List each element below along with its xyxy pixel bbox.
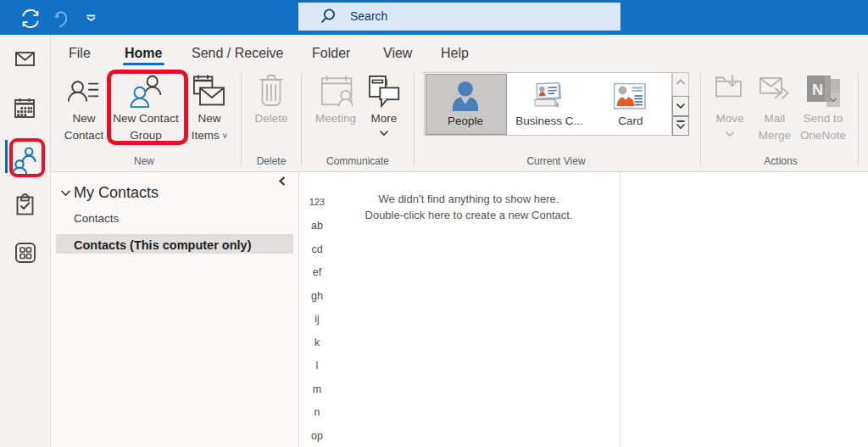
svg-text:N: N: [812, 81, 823, 98]
